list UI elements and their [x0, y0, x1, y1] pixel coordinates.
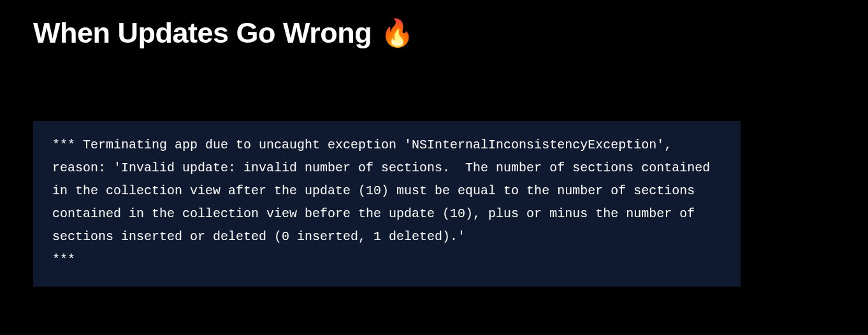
error-message-text: *** Terminating app due to uncaught exce…: [52, 134, 721, 271]
error-code-block: *** Terminating app due to uncaught exce…: [33, 121, 741, 287]
fire-icon: 🔥: [380, 20, 414, 46]
presentation-slide: When Updates Go Wrong 🔥 *** Terminating …: [0, 0, 868, 303]
title-row: When Updates Go Wrong 🔥: [33, 17, 835, 50]
slide-title: When Updates Go Wrong: [33, 17, 372, 50]
